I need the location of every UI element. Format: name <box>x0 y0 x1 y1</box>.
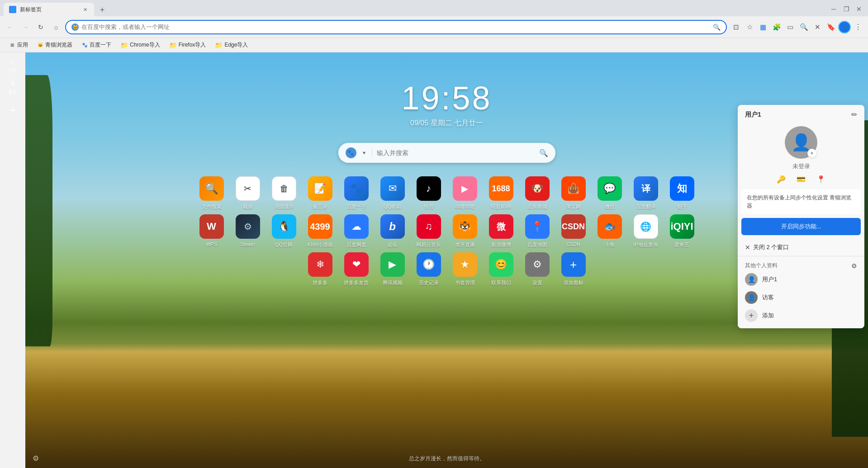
app-taobao[interactable]: 👜 淘宝网 <box>556 174 591 213</box>
search-input[interactable] <box>377 149 535 156</box>
search-bar[interactable]: 🐾 ▾ 🔍 <box>338 143 555 163</box>
bookmark-baidu[interactable]: 🐾 百度一下 <box>78 39 115 51</box>
panel-card-icon[interactable]: 💳 <box>797 175 806 184</box>
sidebar-item-more[interactable]: ≡ 更多 <box>4 78 22 96</box>
app-wechat[interactable]: 💬 微信 <box>593 174 627 213</box>
address-input[interactable] <box>81 24 710 30</box>
address-search-icon[interactable]: 🔍 <box>713 24 721 31</box>
address-input-wrap[interactable]: 🐱 🔍 <box>65 20 727 34</box>
cast-icon[interactable]: ⊡ <box>730 21 742 33</box>
avatar-icon: 👤 <box>791 133 811 152</box>
app-baidu[interactable]: 🐾 百度一下 <box>339 174 374 213</box>
app-add-icon[interactable]: + 添加图标 <box>556 250 591 289</box>
zhihu-label: 知乎 <box>677 203 687 210</box>
app-screenshot[interactable]: ✂ 截屏 <box>231 174 265 213</box>
app-weibo[interactable]: 微 新浪微博 <box>484 212 518 251</box>
panel-sync-button[interactable]: 开启同步功能... <box>741 218 861 235</box>
app-steam[interactable]: ⚙ Steam <box>231 212 265 251</box>
app-wps[interactable]: W WPS <box>194 212 229 251</box>
app-iqiyi[interactable]: iQIYI 爱奇艺 <box>665 212 699 251</box>
netease-icon: ♫ <box>417 214 441 239</box>
collections-icon[interactable]: ▦ <box>757 21 769 33</box>
app-zhihu[interactable]: 知 知乎 <box>665 174 699 213</box>
panel-settings-icon[interactable]: ⚙ <box>851 262 857 269</box>
app-pin-multisend[interactable]: ❤ 拼多多发货 <box>339 250 374 289</box>
weibo-icon: 微 <box>489 214 513 239</box>
bookmark-icon[interactable]: 🔖 <box>825 21 837 33</box>
sidebar-toggle-icon[interactable]: ▭ <box>784 21 797 33</box>
search-toolbar-icon[interactable]: 🔍 <box>797 21 810 33</box>
forward-button[interactable]: → <box>19 21 32 33</box>
bookmark-edge-import[interactable]: 📁 Edge导入 <box>211 39 251 51</box>
app-cleaner[interactable]: 🗑 清除缓存 <box>267 174 301 213</box>
clock-date: 09/05 星期二 七月廿一 <box>401 118 492 128</box>
app-file-search[interactable]: 🔍 文件搜索 <box>194 174 229 213</box>
extensions-icon[interactable]: 🧩 <box>770 21 783 33</box>
app-memo[interactable]: 📝 备忘录 <box>303 174 337 213</box>
profile-button[interactable]: 👤 <box>838 21 851 33</box>
app-qq-mail[interactable]: ✉ QQ邮箱 <box>375 174 410 213</box>
close-window-button[interactable]: ✕ <box>854 4 864 14</box>
cleaner-icon: 🗑 <box>272 176 296 201</box>
app-contact[interactable]: 😊 联系我们 <box>484 250 518 289</box>
app-settings[interactable]: ⚙ 设置 <box>520 250 555 289</box>
sidebar-add-button[interactable]: + <box>4 101 22 119</box>
firefox-folder-icon: 📁 <box>169 42 177 49</box>
app-douyu[interactable]: 🐟 斗鱼 <box>593 212 627 251</box>
panel-edit-button[interactable]: ✏ <box>851 110 857 119</box>
avatar-badge[interactable]: + <box>807 149 816 158</box>
new-tab-button[interactable]: + <box>96 4 109 16</box>
panel-key-icon[interactable]: 🔑 <box>777 175 786 184</box>
app-netease[interactable]: ♫ 网易云音乐 <box>412 212 446 251</box>
maximize-button[interactable]: ❐ <box>841 4 852 14</box>
app-huya[interactable]: 🐯 虎牙直播 <box>448 212 482 251</box>
bookmark-firefox-import[interactable]: 📁 Firefox导入 <box>166 39 210 51</box>
search-engine-icon[interactable]: 🐾 <box>346 147 356 158</box>
qq-icon: 🐧 <box>272 214 296 239</box>
tab-close-button[interactable]: ✕ <box>81 6 89 13</box>
bookmark-chrome-import[interactable]: 📁 Chrome导入 <box>117 39 164 51</box>
app-ip-query[interactable]: 🌐 IP地址查询 <box>629 212 663 251</box>
app-history[interactable]: 🕐 历史记录 <box>412 250 446 289</box>
app-bilibili[interactable]: ▶ 哔哩哔哩 <box>448 174 482 213</box>
panel-add-user[interactable]: + 添加 <box>738 307 864 325</box>
app-bidu[interactable]: b 必应 <box>375 212 410 251</box>
app-4399[interactable]: 4399 4399小游戏 <box>303 212 337 251</box>
app-row-1: 🔍 文件搜索 ✂ 截屏 🗑 清除缓存 📝 备忘录 🐾 百度一下 <box>194 174 699 213</box>
close-icon[interactable]: ✕ <box>811 21 824 33</box>
home-button[interactable]: ⌂ <box>50 21 62 33</box>
panel-user-item-1[interactable]: 👤 用户1 <box>738 270 864 288</box>
app-ali1688[interactable]: 1688 阿里1688 <box>484 174 518 213</box>
search-submit-icon[interactable]: 🔍 <box>539 149 548 157</box>
back-button[interactable]: ← <box>4 21 16 33</box>
search-divider <box>372 148 372 157</box>
browser-tab-newtab[interactable]: 🌐 新标签页 ✕ <box>4 3 94 16</box>
minimize-button[interactable]: ─ <box>828 4 839 14</box>
app-tiktok[interactable]: ♪ 抖音 <box>412 174 446 213</box>
app-bookmarks[interactable]: ★ 书签管理 <box>448 250 482 289</box>
panel-location-icon[interactable]: 📍 <box>816 175 825 184</box>
app-tencent-video[interactable]: ▶ 腾讯视频 <box>375 250 410 289</box>
baidu-label: 百度一下 <box>346 203 366 210</box>
weibo-label: 新浪微博 <box>491 241 511 248</box>
sidebar-item-home[interactable]: ⌂ 主页 <box>4 56 22 74</box>
app-csdn[interactable]: CSDN CSDN <box>556 212 591 251</box>
app-pinduoduo[interactable]: ❄ 拼多多 <box>303 250 337 289</box>
app-jd[interactable]: 🐶 京东商城 <box>520 174 555 213</box>
panel-close-windows[interactable]: ✕ 关闭 2 个窗口 <box>738 239 864 253</box>
bottom-settings-button[interactable]: ⚙ <box>33 454 39 463</box>
menu-button[interactable]: ⋮ <box>852 21 864 33</box>
app-qq[interactable]: 🐧 QQ官网 <box>267 212 301 251</box>
iqiyi-label: 爱奇艺 <box>674 241 689 248</box>
star-icon[interactable]: ☆ <box>743 21 756 33</box>
refresh-button[interactable]: ↻ <box>34 21 47 33</box>
close-windows-label: 关闭 2 个窗口 <box>753 243 789 251</box>
app-baidu-disk[interactable]: ☁ 百度网盘 <box>339 212 374 251</box>
bookmarks-bar: ⊞ 应用 🐱 青猫浏览器 🐾 百度一下 📁 Chrome导入 📁 Firefox… <box>0 38 868 52</box>
app-baidu-map[interactable]: 📍 百度地图 <box>520 212 555 251</box>
bookmark-qingmao[interactable]: 🐱 青猫浏览器 <box>33 39 76 51</box>
bookmark-apps[interactable]: ⊞ 应用 <box>5 39 32 51</box>
section-label: 其他个人资料 <box>745 262 778 269</box>
app-baidu-translate[interactable]: 译 百度翻译 <box>629 174 663 213</box>
panel-user-item-visitor[interactable]: 👤 访客 <box>738 288 864 307</box>
